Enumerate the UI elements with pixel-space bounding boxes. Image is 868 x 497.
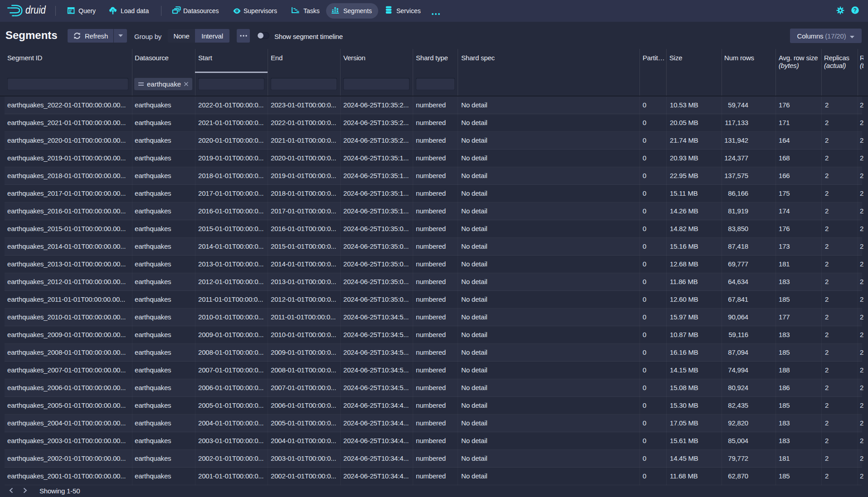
svg-text:?: ? bbox=[853, 7, 857, 14]
